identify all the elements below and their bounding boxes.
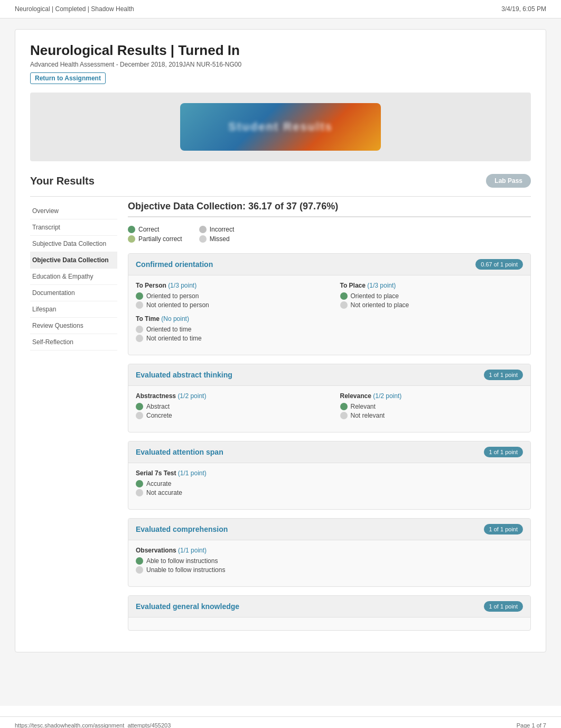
unable-follow-label: Unable to follow instructions — [146, 566, 225, 574]
subsection-header-general-knowledge: Evaluated general knowledge 1 of 1 point — [128, 596, 530, 618]
orientation-col-left: To Person (1/3 point) Oriented to person… — [136, 282, 319, 348]
to-time-points: (No point) — [161, 315, 189, 322]
incorrect-dot — [199, 226, 207, 233]
comprehension-col-left: Observations (1/1 point) Able to follow … — [136, 547, 319, 580]
general-knowledge-body — [128, 618, 530, 630]
oriented-to-person-option: Oriented to person — [136, 292, 319, 300]
accurate-option: Accurate — [136, 480, 319, 487]
subsection-confirmed-orientation: Confirmed orientation 0.67 of 1 point To… — [128, 253, 531, 355]
accurate-dot — [136, 480, 143, 487]
correct-label: Correct — [138, 226, 159, 233]
oriented-to-place-label: Oriented to place — [351, 292, 399, 300]
sidebar-item-self-reflection[interactable]: Self-Reflection — [30, 334, 117, 351]
section-heading: Objective Data Collection: 36.17 of 37 (… — [128, 201, 531, 217]
abstract-thinking-title: Evaluated abstract thinking — [136, 371, 232, 379]
oriented-to-place-option: Oriented to place — [340, 292, 523, 300]
footer-page-info: Page 1 of 7 — [517, 722, 546, 728]
oriented-to-time-label: Oriented to time — [146, 326, 191, 333]
not-accurate-dot — [136, 489, 143, 496]
not-oriented-to-place-option: Not oriented to place — [340, 301, 523, 309]
oriented-to-person-dot — [136, 292, 143, 300]
confirmed-orientation-body: To Person (1/3 point) Oriented to person… — [128, 275, 530, 355]
comprehension-body: Observations (1/1 point) Able to follow … — [128, 540, 530, 586]
comprehension-score: 1 of 1 point — [484, 524, 523, 535]
oriented-to-time-option: Oriented to time — [136, 326, 319, 333]
to-time-category: To Time (No point) Oriented to time Not … — [136, 315, 319, 342]
comprehension-title: Evaluated comprehension — [136, 525, 228, 533]
page-title: Neurological Results | Turned In — [30, 42, 531, 59]
attention-col-right — [340, 469, 523, 503]
attention-col-left: Serial 7s Test (1/1 point) Accurate Not … — [136, 469, 319, 503]
subsection-header-comprehension: Evaluated comprehension 1 of 1 point — [128, 519, 530, 540]
orientation-columns: To Person (1/3 point) Oriented to person… — [136, 282, 523, 348]
not-relevant-dot — [340, 412, 348, 419]
main-content: Objective Data Collection: 36.17 of 37 (… — [117, 201, 531, 639]
banner-area: Student Results — [30, 93, 531, 161]
sidebar-item-overview[interactable]: Overview — [30, 203, 117, 219]
attention-span-title: Evaluated attention span — [136, 448, 223, 456]
sidebar-item-subjective[interactable]: Subjective Data Collection — [30, 236, 117, 252]
not-relevant-label: Not relevant — [351, 412, 385, 419]
abstractness-title: Abstractness (1/2 point) — [136, 392, 319, 400]
not-oriented-to-person-dot — [136, 301, 143, 309]
to-person-title: To Person (1/3 point) — [136, 282, 319, 289]
legend-correct: Correct — [128, 226, 182, 233]
oriented-to-place-dot — [340, 292, 348, 300]
subsection-header-attention: Evaluated attention span 1 of 1 point — [128, 441, 530, 463]
to-person-points: (1/3 point) — [168, 282, 197, 289]
serial7s-points: (1/1 point) — [178, 469, 207, 477]
abstract-option: Abstract — [136, 403, 319, 410]
partial-label: Partially correct — [138, 235, 182, 243]
confirmed-orientation-score: 0.67 of 1 point — [475, 259, 523, 270]
subsection-abstract-thinking: Evaluated abstract thinking 1 of 1 point… — [128, 364, 531, 432]
comprehension-col-right — [340, 547, 523, 580]
comprehension-columns: Observations (1/1 point) Able to follow … — [136, 547, 523, 580]
relevant-dot — [340, 403, 348, 410]
content-area: Overview Transcript Subjective Data Coll… — [30, 201, 531, 639]
legend-group-right: Incorrect Missed — [199, 226, 235, 243]
legend-partial: Partially correct — [128, 235, 182, 243]
attention-columns: Serial 7s Test (1/1 point) Accurate Not … — [136, 469, 523, 503]
legend-missed: Missed — [199, 235, 235, 243]
sidebar-item-documentation[interactable]: Documentation — [30, 285, 117, 301]
correct-dot — [128, 226, 135, 233]
sidebar-item-objective[interactable]: Objective Data Collection — [30, 252, 117, 269]
sidebar-item-transcript[interactable]: Transcript — [30, 219, 117, 236]
sidebar-item-education[interactable]: Education & Empathy — [30, 269, 117, 285]
not-accurate-label: Not accurate — [146, 489, 182, 496]
missed-label: Missed — [210, 235, 230, 243]
not-oriented-to-person-label: Not oriented to person — [146, 301, 209, 309]
to-person-category: To Person (1/3 point) Oriented to person… — [136, 282, 319, 309]
to-place-category: To Place (1/3 point) Oriented to place N… — [340, 282, 523, 309]
banner-inner: Student Results — [180, 103, 381, 151]
not-oriented-to-place-label: Not oriented to place — [351, 301, 409, 309]
relevant-label: Relevant — [351, 403, 376, 410]
confirmed-orientation-title: Confirmed orientation — [136, 260, 213, 269]
abstract-dot — [136, 403, 143, 410]
orientation-col-right: To Place (1/3 point) Oriented to place N… — [340, 282, 523, 348]
abstract-columns: Abstractness (1/2 point) Abstract Concre… — [136, 392, 523, 426]
oriented-to-time-dot — [136, 326, 143, 333]
concrete-dot — [136, 412, 143, 419]
missed-dot — [199, 235, 207, 243]
attention-span-score: 1 of 1 point — [484, 447, 523, 457]
not-relevant-option: Not relevant — [340, 412, 523, 419]
legend-incorrect: Incorrect — [199, 226, 235, 233]
footer-bar: https://tesc.shadowhealth.com/assignment… — [0, 716, 561, 728]
subsection-header-orientation: Confirmed orientation 0.67 of 1 point — [128, 254, 530, 275]
to-place-title: To Place (1/3 point) — [340, 282, 523, 289]
sidebar-item-review[interactable]: Review Questions — [30, 318, 117, 334]
subsection-attention-span: Evaluated attention span 1 of 1 point Se… — [128, 441, 531, 510]
not-oriented-to-person-option: Not oriented to person — [136, 301, 319, 309]
return-link[interactable]: Return to Assignment — [30, 72, 106, 84]
relevant-option: Relevant — [340, 403, 523, 410]
able-follow-label: Able to follow instructions — [146, 557, 218, 565]
partial-dot — [128, 235, 135, 243]
sidebar-item-lifespan[interactable]: Lifespan — [30, 301, 117, 318]
able-follow-dot — [136, 557, 143, 565]
breadcrumb: Neurological | Completed | Shadow Health — [15, 5, 134, 13]
relevance-category: Relevance (1/2 point) Relevant Not relev… — [340, 392, 523, 419]
abstract-thinking-body: Abstractness (1/2 point) Abstract Concre… — [128, 386, 530, 432]
abstractness-category: Abstractness (1/2 point) Abstract Concre… — [136, 392, 319, 419]
banner-text: Student Results — [228, 120, 332, 134]
